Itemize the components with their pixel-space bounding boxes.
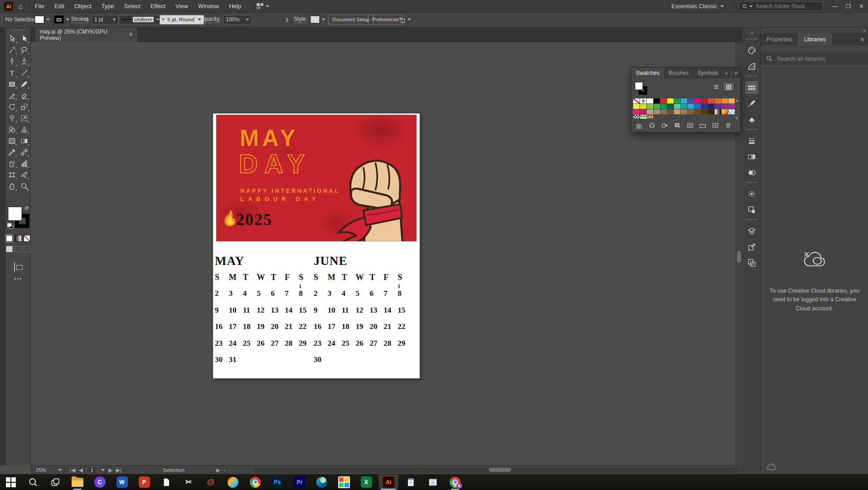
- swatch-scrollbar[interactable]: ▲▼: [735, 98, 739, 120]
- hand-tool[interactable]: [6, 181, 18, 192]
- taskbar-file-explorer[interactable]: [68, 475, 87, 490]
- swatch-c8a06c[interactable]: [674, 109, 680, 114]
- swatch-ed1e79[interactable]: [633, 109, 640, 114]
- swatch-a87b4f[interactable]: [681, 109, 687, 114]
- swatch-d7df23[interactable]: [640, 104, 646, 109]
- taskbar-word[interactable]: W: [112, 475, 132, 490]
- scroll-right-arrow[interactable]: ‹: [224, 467, 226, 473]
- swatch-ef4136[interactable]: [708, 98, 714, 103]
- swatch-a6906f[interactable]: [654, 109, 660, 114]
- stroke-weight-combo[interactable]: 1 pt: [92, 12, 119, 27]
- stock-search[interactable]: [739, 1, 823, 11]
- transparency-panel-icon[interactable]: [745, 166, 758, 179]
- dock-grip[interactable]: [746, 182, 757, 184]
- swatch-pat-leaves[interactable]: [640, 115, 646, 119]
- menu-type[interactable]: Type: [97, 0, 119, 12]
- swatch-262262[interactable]: [708, 104, 714, 109]
- appearance-panel-icon[interactable]: [745, 187, 758, 200]
- transform-options[interactable]: [398, 12, 411, 27]
- swatch-59390f[interactable]: [701, 109, 708, 114]
- menu-object[interactable]: Object: [69, 0, 97, 12]
- artboard-tool[interactable]: [6, 169, 18, 181]
- default-fill-stroke-icon[interactable]: [7, 223, 14, 229]
- swatch-1c75bc[interactable]: [694, 104, 701, 109]
- brush-combo[interactable]: • 5 pt. Round: [160, 12, 204, 27]
- menu-window[interactable]: Window: [193, 0, 224, 12]
- lasso-tool[interactable]: [18, 44, 30, 56]
- asset-export-panel-icon[interactable]: [745, 240, 758, 253]
- selection-tool[interactable]: [18, 33, 30, 44]
- scale-tool[interactable]: [18, 101, 30, 113]
- stock-search-input[interactable]: [755, 3, 820, 10]
- column-graph-tool[interactable]: [18, 158, 30, 169]
- arrange-documents-button[interactable]: [253, 3, 271, 9]
- fill-indicator[interactable]: [635, 82, 643, 90]
- swatch-00a651[interactable]: [674, 98, 680, 103]
- swatch-00a99d[interactable]: [681, 104, 687, 109]
- scroll-left-arrow[interactable]: ▶: [216, 467, 220, 473]
- taskbar-edge[interactable]: [312, 475, 332, 490]
- document-setup-button[interactable]: Document Setup: [328, 12, 373, 27]
- libraries-search[interactable]: [761, 52, 868, 66]
- menu-select[interactable]: Select: [119, 0, 145, 12]
- swatches-panel-icon[interactable]: [745, 81, 758, 94]
- canvas[interactable]: MAY DAY HAPPY INTERNATIONAL LABOUR DAY 2…: [30, 42, 735, 465]
- zoom-level-combo[interactable]: 25%: [36, 467, 62, 473]
- restore-button[interactable]: ❐: [842, 0, 855, 12]
- menu-help[interactable]: Help: [224, 0, 246, 12]
- color-button[interactable]: [6, 235, 13, 242]
- stroke-panel-icon[interactable]: [745, 134, 758, 147]
- home-icon[interactable]: ⌂: [19, 2, 23, 10]
- taskbar-photos[interactable]: [334, 475, 354, 490]
- panel-grip[interactable]: [13, 30, 23, 32]
- tab-symbols[interactable]: Symbols: [693, 68, 723, 78]
- draw-normal-mode[interactable]: [6, 246, 13, 252]
- swatch-ec008c[interactable]: [694, 98, 701, 103]
- horizontal-scroll-thumb[interactable]: [489, 468, 511, 472]
- swatch-006838[interactable]: [667, 104, 674, 109]
- panel-grip[interactable]: [1, 15, 4, 24]
- taskbar-task-view[interactable]: [45, 475, 65, 490]
- shaper-tool[interactable]: [6, 90, 18, 101]
- color-themes-button[interactable]: [648, 122, 656, 129]
- swatch-00a14b[interactable]: [660, 104, 667, 109]
- swatch-b0268e[interactable]: [728, 104, 735, 109]
- poster-artwork[interactable]: MAY DAY HAPPY INTERNATIONAL LABOUR DAY 2…: [216, 115, 417, 241]
- taskbar-mail[interactable]: @: [201, 475, 221, 490]
- direct-selection-tool[interactable]: [6, 33, 18, 44]
- taskbar-copilot[interactable]: [223, 475, 243, 490]
- stroke-color-well[interactable]: [54, 12, 69, 27]
- taskbar-search[interactable]: [23, 475, 43, 490]
- zoom-tool[interactable]: [18, 181, 30, 192]
- draw-behind-mode[interactable]: [15, 246, 21, 252]
- swatch-reg[interactable]: [640, 98, 646, 103]
- none-button[interactable]: [24, 235, 30, 242]
- taskbar-snipping[interactable]: ✂: [179, 475, 199, 490]
- swatch-8a6136[interactable]: [688, 109, 694, 114]
- swatch-fbb040[interactable]: [728, 98, 735, 103]
- panel-menu-icon[interactable]: ≡: [861, 36, 864, 43]
- fill-color-well[interactable]: [34, 12, 50, 27]
- taskbar-premiere[interactable]: Pr: [290, 475, 310, 490]
- rotate-tool[interactable]: [6, 101, 18, 113]
- slice-tool[interactable]: [18, 169, 30, 181]
- calendar-may[interactable]: MAYSMTWTFS123456789101112131415161718192…: [215, 254, 313, 372]
- vertical-scroll-thumb[interactable]: [737, 251, 741, 263]
- menu-effect[interactable]: Effect: [145, 0, 170, 12]
- taskbar-chrome[interactable]: [245, 475, 265, 490]
- opacity-link[interactable]: Opacity:: [201, 12, 221, 27]
- swatch-fff200[interactable]: [667, 98, 674, 103]
- line-segment-tool[interactable]: [18, 67, 30, 78]
- color-guide-panel-icon[interactable]: [745, 60, 758, 73]
- taskbar-excel[interactable]: X: [356, 475, 376, 490]
- gradient-tool[interactable]: [18, 135, 30, 147]
- swatch-f26522[interactable]: [715, 98, 721, 103]
- swatch-pat-dots[interactable]: [633, 115, 640, 119]
- mesh-tool[interactable]: [6, 135, 18, 147]
- swatch-27aae1[interactable]: [688, 104, 694, 109]
- taskbar-start[interactable]: [1, 475, 21, 490]
- swatch-grad-gold[interactable]: [722, 109, 728, 114]
- scroll-down-icon[interactable]: ▼: [735, 116, 739, 120]
- swatch-options-button[interactable]: [686, 122, 694, 129]
- dock-grip[interactable]: [746, 129, 757, 131]
